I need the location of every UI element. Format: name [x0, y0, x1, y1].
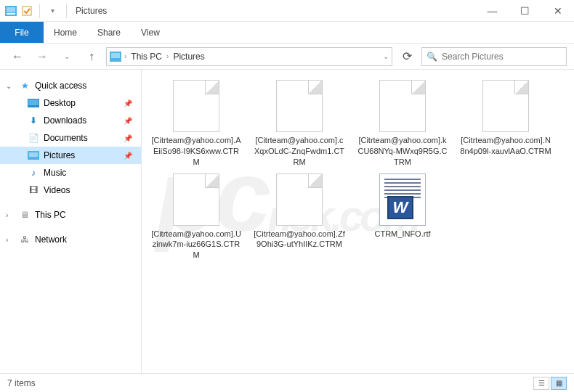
- sidebar-label: Quick access: [35, 81, 86, 91]
- videos-icon: 🎞: [28, 184, 39, 196]
- navigation-pane: ⌄ ★ Quick access Desktop 📌 ⬇ Downloads 📌…: [0, 70, 142, 373]
- close-button[interactable]: ✕: [541, 0, 574, 22]
- tab-home[interactable]: Home: [44, 22, 87, 43]
- forward-button[interactable]: →: [32, 46, 52, 67]
- file-item[interactable]: [Citrteam@yahoo.com].cXqxOLdC-ZnqFwdm1.C…: [252, 80, 347, 168]
- sidebar-label: Network: [35, 234, 67, 245]
- pictures-icon: [28, 150, 39, 161]
- sidebar-item-music[interactable]: ♪ Music: [0, 164, 141, 181]
- file-name: [Citrteam@yahoo.com].AEiiSo98-I9KS6xww.C…: [149, 135, 243, 168]
- blank-file-icon: [482, 80, 529, 132]
- downloads-icon: ⬇: [28, 115, 39, 126]
- qat-dropdown-icon[interactable]: ▾: [46, 4, 59, 17]
- back-button[interactable]: ←: [7, 46, 28, 67]
- desktop-icon: [28, 97, 39, 109]
- status-bar: 7 items ☰ ▦: [0, 373, 574, 392]
- window-title: Pictures: [70, 6, 107, 16]
- item-count: 7 items: [7, 378, 36, 388]
- blank-file-icon: [379, 80, 426, 132]
- svg-rect-9: [29, 152, 38, 157]
- titlebar: ▾ Pictures — ☐ ✕: [0, 0, 574, 22]
- rtf-file-icon: W: [379, 173, 426, 226]
- minimize-button[interactable]: —: [476, 0, 509, 22]
- sidebar-item-downloads[interactable]: ⬇ Downloads 📌: [0, 112, 141, 129]
- network-icon: 🖧: [19, 234, 31, 245]
- breadcrumb[interactable]: › This PC › Pictures ⌄: [106, 47, 392, 66]
- sidebar-item-documents[interactable]: 📄 Documents 📌: [0, 129, 141, 147]
- svg-rect-5: [111, 53, 120, 58]
- crumb-this-pc[interactable]: This PC: [129, 52, 163, 62]
- blank-file-icon: [173, 80, 219, 132]
- blank-file-icon: [276, 173, 323, 226]
- file-name: [Citrteam@yahoo.com].Zf9Ohi3G-utYhIIKz.C…: [252, 229, 347, 250]
- search-box[interactable]: 🔍: [421, 47, 567, 66]
- pin-icon: 📌: [124, 99, 132, 107]
- search-icon: 🔍: [427, 52, 437, 62]
- file-name: [Citrteam@yahoo.com].Uzinwk7m-iuz66G1S.C…: [149, 229, 243, 261]
- caret-right-icon[interactable]: ›: [6, 211, 15, 219]
- recent-dropdown[interactable]: ⌄: [57, 46, 77, 67]
- blank-file-icon: [276, 80, 323, 132]
- ribbon: File Home Share View: [0, 22, 574, 44]
- caret-down-icon[interactable]: ⌄: [6, 82, 15, 90]
- main-area: ⌄ ★ Quick access Desktop 📌 ⬇ Downloads 📌…: [0, 70, 574, 373]
- file-item[interactable]: [Citrteam@yahoo.com].N8n4p09l-xauvlAaO.C…: [458, 80, 553, 168]
- sidebar-label: Music: [44, 168, 66, 178]
- sidebar-label: Videos: [44, 185, 70, 195]
- search-input[interactable]: [442, 52, 562, 62]
- address-bar: ← → ⌄ ↑ › This PC › Pictures ⌄ ⟳ 🔍: [0, 44, 574, 70]
- refresh-button[interactable]: ⟳: [397, 47, 417, 66]
- svg-rect-7: [28, 99, 39, 105]
- crumb-pictures[interactable]: Pictures: [171, 52, 206, 62]
- file-name: [Citrteam@yahoo.com].kCU68NYq-MWxq9R5G.C…: [355, 135, 450, 168]
- this-pc-icon: 🖥: [19, 209, 31, 221]
- pin-icon: 📌: [124, 134, 132, 142]
- breadcrumb-dropdown-icon[interactable]: ⌄: [383, 52, 389, 60]
- pin-icon: 📌: [124, 152, 132, 160]
- quick-access-toolbar: ▾: [0, 4, 63, 18]
- maximize-button[interactable]: ☐: [509, 0, 541, 22]
- qat-properties-icon[interactable]: [20, 4, 33, 17]
- file-item[interactable]: [Citrteam@yahoo.com].Zf9Ohi3G-utYhIIKz.C…: [252, 173, 347, 261]
- file-name: [Citrteam@yahoo.com].cXqxOLdC-ZnqFwdm1.C…: [252, 135, 347, 168]
- file-name: CTRM_INFO.rtf: [373, 229, 432, 240]
- chevron-icon[interactable]: ›: [166, 52, 169, 60]
- blank-file-icon: [173, 173, 219, 226]
- sidebar-label: Downloads: [44, 115, 86, 126]
- sidebar-item-quick-access[interactable]: ⌄ ★ Quick access: [0, 77, 141, 94]
- sidebar-item-videos[interactable]: 🎞 Videos: [0, 181, 141, 199]
- up-button[interactable]: ↑: [81, 46, 102, 67]
- sidebar-label: Pictures: [44, 150, 75, 160]
- details-view-button[interactable]: ☰: [533, 377, 549, 390]
- svg-rect-1: [7, 7, 15, 12]
- svg-rect-2: [7, 13, 15, 15]
- sidebar-item-pictures[interactable]: Pictures 📌: [0, 147, 141, 164]
- svg-rect-3: [23, 7, 31, 15]
- file-tab[interactable]: File: [0, 22, 44, 43]
- title-separator: [66, 4, 67, 18]
- music-icon: ♪: [28, 167, 39, 179]
- documents-icon: 📄: [28, 132, 39, 144]
- pictures-location-icon: [110, 51, 121, 62]
- file-item[interactable]: WCTRM_INFO.rtf: [355, 173, 450, 261]
- file-item[interactable]: [Citrteam@yahoo.com].Uzinwk7m-iuz66G1S.C…: [149, 173, 243, 261]
- sidebar-label: Documents: [44, 133, 88, 143]
- star-icon: ★: [19, 80, 31, 91]
- caret-right-icon[interactable]: ›: [6, 236, 15, 244]
- tab-share[interactable]: Share: [87, 22, 131, 43]
- icons-view-button[interactable]: ▦: [551, 377, 567, 390]
- file-name: [Citrteam@yahoo.com].N8n4p09l-xauvlAaO.C…: [458, 135, 553, 157]
- sidebar-item-this-pc[interactable]: › 🖥 This PC: [0, 206, 141, 224]
- file-item[interactable]: [Citrteam@yahoo.com].kCU68NYq-MWxq9R5G.C…: [355, 80, 450, 168]
- chevron-icon[interactable]: ›: [124, 52, 126, 60]
- sidebar-label: This PC: [35, 210, 66, 220]
- file-list[interactable]: [Citrteam@yahoo.com].AEiiSo98-I9KS6xww.C…: [142, 70, 574, 373]
- pin-icon: 📌: [124, 117, 132, 125]
- sidebar-item-desktop[interactable]: Desktop 📌: [0, 94, 141, 112]
- app-icon[interactable]: [4, 4, 17, 17]
- sidebar-item-network[interactable]: › 🖧 Network: [0, 231, 141, 248]
- qat-separator: [39, 4, 40, 18]
- tab-view[interactable]: View: [131, 22, 170, 43]
- sidebar-label: Desktop: [44, 98, 76, 108]
- file-item[interactable]: [Citrteam@yahoo.com].AEiiSo98-I9KS6xww.C…: [149, 80, 243, 168]
